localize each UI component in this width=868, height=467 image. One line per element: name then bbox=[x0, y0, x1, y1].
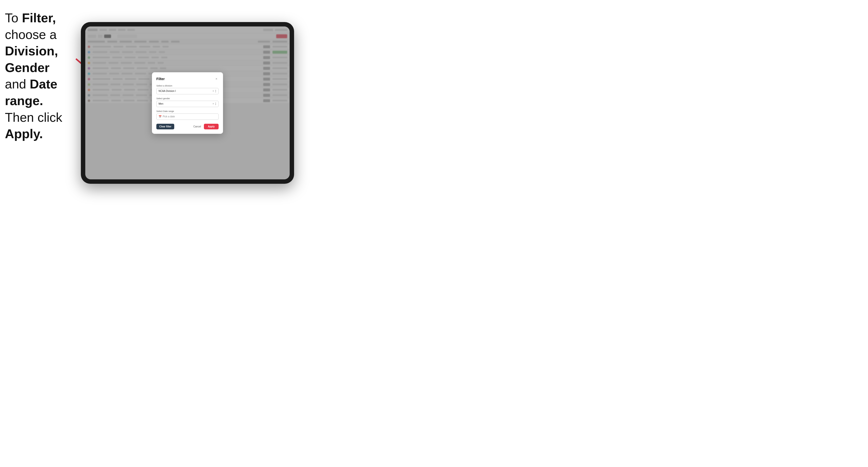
modal-title: Filter bbox=[156, 77, 165, 81]
instruction-line1: To Filter, choose a bbox=[5, 11, 57, 42]
instruction-bold-division-gender: Division, Gender bbox=[5, 44, 58, 75]
division-form-group: Select a division NCAA Division I × ▲ ▼ bbox=[156, 85, 219, 94]
instruction-bold-date: Date range. bbox=[5, 77, 57, 108]
filter-modal: Filter × Select a division NCAA Division… bbox=[152, 72, 223, 134]
tablet-screen: Filter × Select a division NCAA Division… bbox=[85, 27, 290, 179]
calendar-icon: 📅 bbox=[159, 115, 161, 118]
tablet-device: Filter × Select a division NCAA Division… bbox=[81, 22, 294, 184]
division-clear-icon[interactable]: × bbox=[213, 90, 214, 92]
date-range-input[interactable]: 📅 Pick a date bbox=[156, 114, 219, 120]
gender-chevrons-icon: ▲ ▼ bbox=[215, 102, 216, 105]
modal-footer: Clear filter Cancel Apply bbox=[156, 124, 219, 129]
gender-select[interactable]: Men × ▲ ▼ bbox=[156, 101, 219, 107]
division-chevrons-icon: ▲ ▼ bbox=[215, 89, 216, 93]
date-form-group: Select Date range 📅 Pick a date bbox=[156, 110, 219, 120]
instruction-bold-filter: Filter, bbox=[22, 11, 56, 25]
instruction-block: To Filter, choose a Division, Gender and… bbox=[5, 10, 81, 142]
instruction-line4: Then click Apply. bbox=[5, 110, 62, 141]
gender-clear-icon[interactable]: × bbox=[213, 102, 214, 105]
modal-overlay: Filter × Select a division NCAA Division… bbox=[85, 27, 290, 179]
date-label: Select Date range bbox=[156, 110, 219, 113]
date-placeholder: Pick a date bbox=[163, 115, 175, 118]
division-label: Select a division bbox=[156, 85, 219, 87]
modal-close-button[interactable]: × bbox=[214, 77, 219, 81]
modal-header: Filter × bbox=[156, 77, 219, 81]
gender-form-group: Select gender Men × ▲ ▼ bbox=[156, 97, 219, 107]
instruction-line3: and Date range. bbox=[5, 77, 57, 108]
apply-button[interactable]: Apply bbox=[204, 124, 219, 129]
division-select[interactable]: NCAA Division I × ▲ ▼ bbox=[156, 88, 219, 94]
clear-filter-button[interactable]: Clear filter bbox=[156, 124, 174, 129]
division-select-controls: × ▲ ▼ bbox=[213, 89, 216, 93]
instruction-bold-apply: Apply. bbox=[5, 127, 43, 141]
cancel-button[interactable]: Cancel bbox=[191, 124, 203, 129]
footer-right-actions: Cancel Apply bbox=[191, 124, 219, 129]
gender-select-controls: × ▲ ▼ bbox=[213, 102, 216, 105]
gender-value: Men bbox=[159, 102, 163, 105]
gender-label: Select gender bbox=[156, 97, 219, 100]
division-value: NCAA Division I bbox=[159, 90, 176, 92]
